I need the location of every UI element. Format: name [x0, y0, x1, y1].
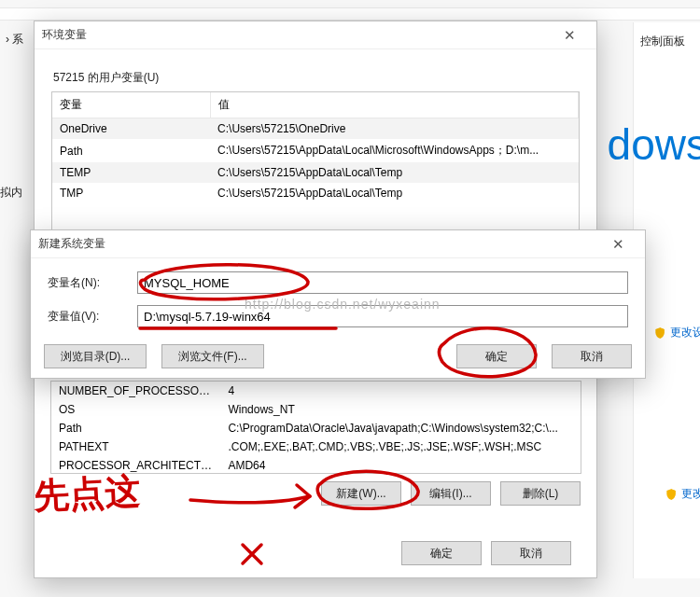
change-settings-link-1[interactable]: 更改设 — [653, 325, 700, 340]
var-value-cell: C:\Users\57215\OneDrive — [210, 118, 578, 140]
close-icon: ✕ — [564, 27, 576, 44]
var-name-cell: PATHEXT — [51, 437, 220, 456]
var-name-cell: TMP — [52, 183, 210, 203]
change-settings-link-2[interactable]: 更改 — [665, 486, 700, 502]
table-row[interactable]: PROCESSOR_ARCHITECTUREAMD64 — [51, 456, 581, 474]
var-value-cell: 4 — [220, 382, 581, 400]
delete-sysvar-button[interactable]: 删除(L) — [500, 481, 581, 506]
change-settings-label: 更改设 — [670, 325, 700, 340]
browse-file-button[interactable]: 浏览文件(F)... — [161, 344, 264, 368]
user-vars-group-label: 57215 的用户变量(U) — [53, 70, 580, 86]
var-name-input[interactable] — [137, 271, 628, 294]
browse-dir-button[interactable]: 浏览目录(D)... — [44, 344, 147, 368]
var-value-cell: C:\Users\57215\AppData\Local\Temp — [210, 162, 578, 183]
close-icon: ✕ — [612, 236, 624, 253]
var-value-cell: .COM;.EXE;.BAT;.CMD;.VBS;.VBE;.JS;.JSE;.… — [220, 437, 581, 456]
var-name-cell: PROCESSOR_ARCHITECTURE — [51, 456, 220, 474]
table-row[interactable]: TMPC:\Users\57215\AppData\Local\Temp — [52, 183, 579, 203]
edit-sysvar-button[interactable]: 编辑(I)... — [411, 481, 491, 506]
var-name-cell: Path — [51, 419, 220, 437]
var-name-cell: Path — [52, 139, 210, 162]
var-value-cell: C:\ProgramData\Oracle\Java\javapath;C:\W… — [220, 419, 581, 437]
shield-icon — [665, 488, 678, 501]
col-header-value[interactable]: 值 — [210, 92, 578, 118]
table-row[interactable]: PATHEXT.COM;.EXE;.BAT;.CMD;.VBS;.VBE;.JS… — [51, 437, 581, 456]
env-cancel-button[interactable]: 取消 — [491, 541, 571, 565]
breadcrumb-fragment: › 系 — [6, 32, 23, 48]
table-row[interactable]: TEMPC:\Users\57215\AppData\Local\Temp — [52, 162, 579, 183]
env-dialog-buttons: 确定 取消 — [401, 541, 571, 565]
new-sysvar-dialog: 新建系统变量 ✕ 变量名(N): 变量值(V): 浏览目录(D)... 浏览文件… — [30, 229, 646, 379]
var-value-input[interactable] — [137, 305, 628, 327]
env-titlebar[interactable]: 环境变量 ✕ — [35, 21, 596, 49]
var-value-cell: AMD64 — [220, 456, 581, 474]
env-title: 环境变量 — [42, 27, 87, 43]
windows-brand-fragment: dows — [608, 119, 700, 170]
col-header-name[interactable]: 变量 — [52, 92, 210, 118]
table-row[interactable]: OSWindows_NT — [51, 400, 581, 419]
new-cancel-button[interactable]: 取消 — [552, 344, 632, 368]
system-vars-button-row: 新建(W)... 编辑(I)... 删除(L) — [321, 481, 581, 506]
new-close-button[interactable]: ✕ — [598, 231, 637, 257]
env-ok-button[interactable]: 确定 — [401, 541, 482, 565]
change-settings-label-2: 更改 — [681, 486, 700, 502]
user-vars-table[interactable]: 变量 值 OneDriveC:\Users\57215\OneDrivePath… — [51, 91, 580, 231]
var-name-cell: OneDrive — [52, 118, 210, 140]
shield-icon — [653, 326, 666, 340]
table-row[interactable]: OneDriveC:\Users\57215\OneDrive — [52, 118, 579, 140]
new-ok-button[interactable]: 确定 — [456, 344, 537, 368]
var-value-cell: Windows_NT — [220, 400, 581, 419]
control-panel-label: 控制面板 — [640, 34, 685, 49]
var-name-cell: TEMP — [52, 162, 210, 183]
var-value-cell: C:\Users\57215\AppData\Local\Temp — [210, 183, 578, 203]
new-titlebar[interactable]: 新建系统变量 ✕ — [31, 230, 645, 258]
var-value-cell: C:\Users\57215\AppData\Local\Microsoft\W… — [210, 139, 578, 162]
var-name-cell: OS — [51, 400, 220, 419]
table-row[interactable]: NUMBER_OF_PROCESSORS4 — [51, 382, 581, 400]
table-row[interactable]: PathC:\ProgramData\Oracle\Java\javapath;… — [51, 419, 581, 437]
system-vars-table[interactable]: NUMBER_OF_PROCESSORS4OSWindows_NTPathC:\… — [50, 381, 581, 474]
new-sysvar-button[interactable]: 新建(W)... — [321, 481, 401, 506]
var-name-cell: NUMBER_OF_PROCESSORS — [51, 382, 220, 400]
virtual-label: 拟内 — [0, 185, 22, 201]
env-close-button[interactable]: ✕ — [550, 22, 589, 49]
var-value-label: 变量值(V): — [48, 309, 137, 325]
new-title: 新建系统变量 — [38, 236, 105, 252]
var-name-label: 变量名(N): — [48, 275, 137, 291]
table-row[interactable]: PathC:\Users\57215\AppData\Local\Microso… — [52, 139, 579, 162]
